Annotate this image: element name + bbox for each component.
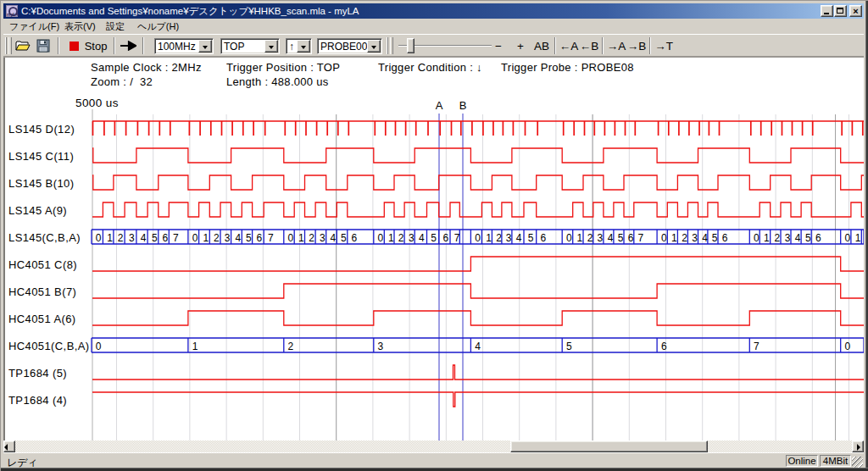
bus-value-label: 6: [443, 232, 449, 244]
bus-value-label: 0: [192, 232, 198, 244]
toolbar-grip[interactable]: [5, 37, 7, 54]
save-file-button[interactable]: [34, 36, 53, 56]
client-border: [3, 57, 864, 58]
window-edge: [1, 468, 868, 471]
sample-rate-combo[interactable]: 100MHz: [154, 38, 214, 54]
minimize-icon: [824, 13, 829, 14]
menu-settings[interactable]: 設定: [106, 20, 125, 33]
trigger-edge-combo[interactable]: ↑: [286, 38, 312, 54]
open-file-button[interactable]: [14, 36, 32, 56]
client-border: [3, 58, 5, 441]
toolbar: Stop 100MHz TOP ↑ PROBE00 − + AB ←A: [3, 34, 864, 57]
menu-bar: ファイル(F) 表示(V) 設定 ヘルプ(H): [3, 19, 864, 34]
trigger-position-combo[interactable]: TOP: [220, 38, 280, 54]
goto-a-right-button[interactable]: →A: [606, 36, 626, 56]
window-title: C:¥Documents and Settings¥noname¥デスクトップ¥…: [21, 5, 359, 18]
goto-b-right-button[interactable]: →B: [626, 36, 647, 56]
channel-label[interactable]: TP1684 (4): [8, 394, 67, 407]
close-button[interactable]: ×: [849, 5, 862, 17]
bus-value-label: 3: [506, 232, 512, 244]
bus-value-label: 0: [378, 232, 384, 244]
channel-label[interactable]: LS145 D(12): [8, 123, 75, 136]
signal-trace: [92, 175, 864, 190]
toolbar-separator: [554, 37, 556, 54]
window-controls: ×: [820, 5, 862, 17]
title-bar[interactable]: C:¥Documents and Settings¥noname¥デスクトップ¥…: [3, 3, 864, 19]
resize-grip[interactable]: [852, 457, 863, 468]
dropdown-arrow-icon[interactable]: [367, 40, 381, 53]
signal-trace: [92, 365, 864, 380]
signal-trace: [92, 311, 864, 325]
zoom-ab-button[interactable]: AB: [531, 36, 552, 56]
status-memory-badge: 4MBit: [820, 455, 851, 467]
channel-label[interactable]: LS145 A(9): [8, 204, 67, 217]
bus-value-label: 6: [256, 232, 262, 244]
toolbar-separator: [114, 37, 115, 54]
channel-label[interactable]: LS145(C,B,A): [8, 231, 81, 244]
menu-file[interactable]: ファイル(F): [9, 20, 59, 33]
channel-label[interactable]: HC4051 A(6): [8, 313, 76, 325]
bus-value-label: 1: [855, 232, 861, 244]
scroll-left-button[interactable]: [3, 441, 15, 452]
bus-value-label: 7: [268, 232, 274, 244]
stop-button[interactable]: Stop: [66, 36, 110, 56]
run-arrow-icon: [120, 41, 136, 51]
bus-value-label: 6: [722, 232, 728, 244]
dropdown-arrow-icon[interactable]: [264, 40, 278, 53]
toolbar-grip[interactable]: [387, 37, 388, 54]
channel-label[interactable]: HC4051(C,B,A): [8, 340, 90, 352]
bus-value-label: 2: [309, 232, 314, 244]
bus-value-label: 1: [486, 232, 492, 244]
waveform-panel: Sample Clock : 2MHz Trigger Position : T…: [3, 58, 864, 441]
bus-value-label: 4: [475, 341, 481, 352]
channel-label[interactable]: HC4051 C(8): [8, 258, 77, 271]
bus-value-label: 4: [331, 232, 337, 244]
bus-value-label: 6: [628, 232, 634, 244]
zoom-in-button[interactable]: +: [510, 36, 531, 56]
signal-trace: [92, 284, 864, 298]
channel-label[interactable]: TP1684 (5): [8, 367, 67, 380]
bus-value-label: 7: [638, 232, 644, 244]
bus-value-label: 7: [454, 232, 460, 244]
menu-view[interactable]: 表示(V): [64, 20, 96, 33]
bus-value-label: 1: [388, 232, 394, 244]
zoom-out-button[interactable]: −: [488, 36, 509, 56]
bus-value-label: 6: [163, 232, 169, 244]
channel-label[interactable]: LS145 C(11): [8, 150, 74, 163]
bus-value-label: 5: [618, 232, 624, 244]
slider-thumb[interactable]: [407, 38, 415, 53]
bus-value-label: 1: [107, 232, 113, 244]
maximize-button[interactable]: [834, 5, 847, 17]
bus-value-label: 5: [152, 232, 158, 244]
goto-a-left-button[interactable]: ←A: [559, 36, 579, 56]
bus-value-label: 2: [587, 232, 593, 244]
bus-value-label: 3: [785, 232, 791, 244]
trigger-probe-combo[interactable]: PROBE00: [317, 38, 382, 54]
channel-label[interactable]: LS145 B(10): [8, 177, 74, 190]
dropdown-arrow-icon[interactable]: [198, 40, 212, 53]
scroll-right-button[interactable]: [852, 441, 864, 452]
bus-value-label: 1: [671, 232, 677, 244]
bus-value-label: 3: [320, 232, 326, 244]
zoom-slider[interactable]: [398, 37, 492, 54]
bus-value-label: 6: [352, 232, 358, 244]
bus-value-label: 5: [246, 232, 252, 244]
trigger-edge-value: ↑: [287, 41, 297, 53]
goto-b-left-button[interactable]: ←B: [579, 36, 599, 56]
bus-value-label: 4: [141, 232, 147, 244]
bus-value-label: 2: [775, 232, 781, 244]
dropdown-arrow-icon[interactable]: [297, 40, 310, 53]
bus-value-label: 5: [566, 341, 572, 352]
minimize-button[interactable]: [821, 5, 833, 17]
bus-value-label: 7: [173, 232, 179, 244]
run-button[interactable]: [117, 36, 139, 56]
bus-value-label: 0: [845, 341, 851, 352]
goto-trigger-button[interactable]: →T: [654, 36, 674, 56]
scrollbar-thumb[interactable]: [510, 441, 708, 452]
bus-value-label: 4: [516, 232, 522, 244]
menu-help[interactable]: ヘルプ(H): [137, 20, 179, 33]
app-window: C:¥Documents and Settings¥noname¥デスクトップ¥…: [0, 0, 868, 471]
maximize-icon: [837, 8, 843, 14]
channel-label[interactable]: HC4051 B(7): [8, 285, 76, 298]
horizontal-scrollbar[interactable]: [3, 441, 864, 452]
